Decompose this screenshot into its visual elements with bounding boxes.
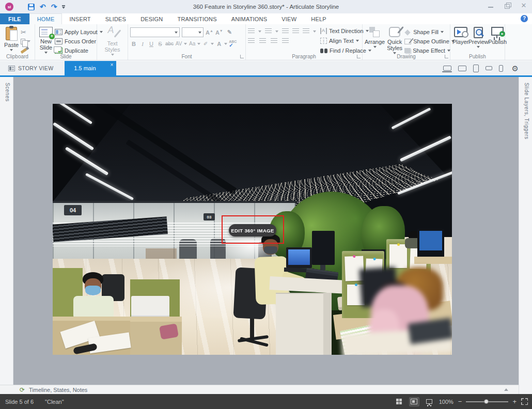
tab-home[interactable]: HOME [29, 13, 62, 24]
text-direction-icon [320, 28, 327, 34]
copy-button[interactable] [21, 37, 30, 45]
align-right-icon[interactable] [271, 38, 277, 44]
phone-portrait-icon[interactable] [499, 65, 503, 72]
timeline-label: Timeline, States, Notes [29, 387, 87, 393]
preview-button[interactable]: Preview [468, 26, 488, 48]
char-spacing-button[interactable]: AV [175, 41, 182, 46]
justify-icon[interactable] [282, 38, 289, 44]
story-view-toggle[interactable] [394, 397, 404, 406]
zoom-out-button[interactable]: − [458, 398, 462, 405]
italic-button[interactable]: I [139, 41, 146, 47]
apply-layout-icon [55, 29, 62, 35]
bullets-icon[interactable] [248, 28, 255, 34]
tab-view[interactable]: VIEW [274, 13, 304, 24]
decrease-indent-icon[interactable] [292, 28, 299, 34]
save-icon[interactable] [28, 4, 35, 10]
document-tab-strip: STORY VIEW 1.5 main × ⚙ [0, 61, 532, 75]
publish-button[interactable]: Publish [488, 26, 507, 45]
minimize-button[interactable] [487, 2, 495, 9]
redo-icon[interactable]: ↷ [51, 4, 57, 10]
focus-order-button[interactable]: Focus Order [55, 37, 103, 45]
spell-check-button[interactable]: ABC [229, 40, 237, 48]
gear-icon[interactable]: ⚙ [512, 65, 519, 72]
font-name-combo[interactable] [130, 27, 180, 37]
dialog-launcher-icon[interactable] [240, 55, 244, 58]
tab-transitions[interactable]: TRANSITIONS [170, 13, 224, 24]
tab-insert[interactable]: INSERT [62, 13, 98, 24]
shape-fill-button[interactable]: Shape Fill [404, 28, 455, 36]
layers-triggers-panel-collapsed[interactable]: Slide Layers, Triggers [519, 77, 532, 394]
zoom-slider-track[interactable] [466, 401, 508, 402]
restore-button[interactable] [503, 2, 511, 9]
close-tab-icon[interactable]: × [111, 62, 114, 68]
grow-font-button[interactable]: A▲ [206, 29, 213, 36]
player-button[interactable]: Player [452, 26, 468, 45]
laptop-preview-icon[interactable] [443, 66, 451, 71]
shrink-font-button[interactable]: A▼ [215, 29, 223, 36]
apply-layout-button[interactable]: Apply Layout [55, 28, 103, 36]
slide-360-image[interactable]: 04 03 [53, 104, 452, 355]
font-size-input[interactable] [182, 28, 198, 37]
chevron-down-icon [356, 40, 359, 42]
phone-landscape-icon[interactable] [486, 66, 492, 70]
new-slide-button[interactable]: New Slide [37, 26, 55, 54]
timeline-icon: ⟳ [20, 387, 25, 393]
slide-tab-active[interactable]: 1.5 main × [65, 61, 116, 75]
tablet-landscape-icon[interactable] [458, 66, 466, 71]
storyline-logo-icon: sl [5, 3, 13, 11]
paste-button[interactable]: Paste [2, 26, 21, 51]
qat-customize-caret-icon[interactable] [62, 7, 65, 9]
chevron-down-icon [175, 32, 178, 34]
scenes-panel-collapsed[interactable]: Scenes [0, 77, 13, 385]
bold-button[interactable]: B [130, 41, 137, 47]
group-clipboard: Paste ✂ Clipboard [0, 24, 35, 60]
zoom-slider-handle[interactable] [484, 399, 489, 404]
align-text-icon: ↕ [320, 38, 327, 44]
arrange-button[interactable]: Arrange [365, 26, 385, 48]
fit-to-window-icon[interactable] [521, 398, 528, 405]
undo-icon[interactable]: ↶ [40, 4, 46, 10]
dialog-launcher-icon[interactable] [445, 55, 448, 58]
tab-slides[interactable]: SLIDES [98, 13, 133, 24]
cut-button[interactable]: ✂ [21, 28, 30, 36]
font-name-input[interactable] [131, 28, 175, 37]
preview-toggle[interactable] [424, 397, 434, 406]
expand-caret-icon[interactable] [504, 388, 508, 391]
close-button[interactable]: ✕ [520, 2, 528, 9]
font-size-combo[interactable] [182, 27, 204, 37]
text-styles-button[interactable]: Text Styles [100, 26, 125, 56]
group-caption: Paragraph [246, 54, 362, 59]
help-icon[interactable]: ? [521, 15, 528, 22]
tab-help[interactable]: HELP [304, 13, 334, 24]
tab-design[interactable]: DESIGN [133, 13, 170, 24]
edit-360-image-button[interactable]: EDIT 360° IMAGE [229, 224, 276, 237]
font-color-button[interactable]: A [215, 41, 223, 47]
align-center-icon[interactable] [259, 38, 266, 44]
group-caption: Slide [35, 54, 97, 59]
slide-tab-label: 1.5 main [74, 65, 96, 71]
change-case-button[interactable]: Aa [189, 41, 196, 46]
story-view-tab[interactable]: STORY VIEW [0, 61, 60, 75]
underline-button[interactable]: U [148, 41, 155, 47]
line-spacing-icon[interactable] [303, 28, 309, 34]
tab-animations[interactable]: ANIMATIONS [224, 13, 275, 24]
find-replace-icon [320, 49, 327, 53]
subscript-button[interactable]: abc [165, 41, 174, 46]
align-left-icon[interactable] [248, 38, 255, 44]
quick-styles-button[interactable]: Quick Styles [385, 26, 404, 54]
tab-file[interactable]: FILE [0, 13, 29, 24]
shape-outline-button[interactable]: Shape Outline [404, 37, 455, 45]
text-styles-label: Text Styles [100, 40, 125, 53]
numbering-icon[interactable] [265, 28, 272, 34]
slide-view-toggle[interactable] [409, 397, 419, 406]
highlight-color-button[interactable]: ✐ [202, 41, 209, 46]
clear-formatting-icon[interactable]: ✎ [227, 29, 232, 36]
strikethrough-button[interactable]: S [157, 41, 164, 47]
tablet-portrait-icon[interactable] [473, 65, 479, 72]
increase-indent-icon[interactable] [282, 28, 289, 34]
format-painter-icon [21, 48, 27, 54]
zoom-in-button[interactable]: + [512, 398, 517, 405]
dialog-launcher-icon[interactable] [357, 55, 361, 58]
timeline-panel-collapsed[interactable]: ⟳ Timeline, States, Notes [0, 385, 519, 394]
player-icon [454, 27, 467, 37]
